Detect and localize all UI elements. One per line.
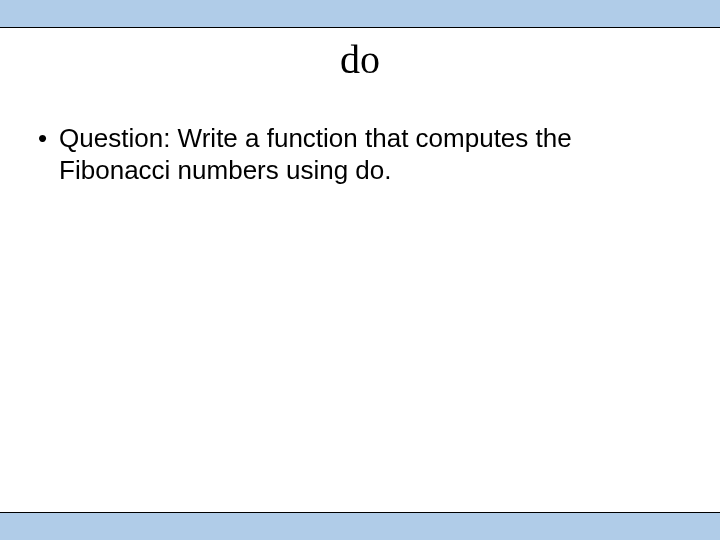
top-accent-bar [0,0,720,28]
slide-content: • Question: Write a function that comput… [38,122,680,186]
bullet-marker: • [38,122,47,154]
bottom-accent-bar [0,512,720,540]
bullet-text: Question: Write a function that computes… [59,122,680,186]
bullet-item: • Question: Write a function that comput… [38,122,680,186]
slide-title: do [0,36,720,83]
